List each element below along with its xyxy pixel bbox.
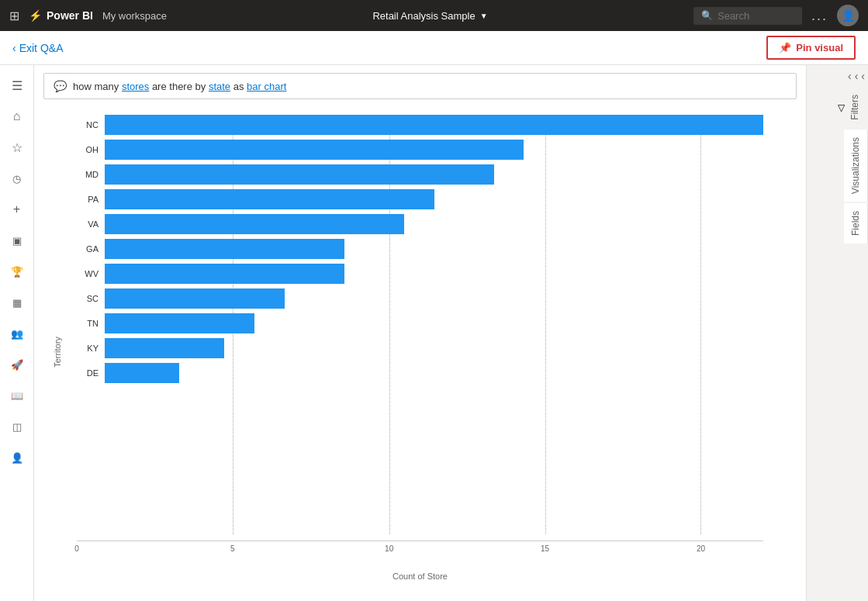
- sidebar-item-favorites[interactable]: ☆: [3, 133, 31, 161]
- bar-row-pa: PA: [77, 189, 763, 209]
- stores-link[interactable]: stores: [122, 81, 149, 92]
- bars-container: NCOHMDPAVAGAWVSCTNKYDE 0 5 10 15 20: [77, 115, 763, 534]
- bar-fill-tn[interactable]: [105, 313, 254, 333]
- bar-fill-ky[interactable]: [105, 338, 224, 358]
- qa-bar[interactable]: 💬 how many stores are there by state as …: [43, 73, 797, 99]
- workspace-name[interactable]: My workspace: [102, 10, 167, 22]
- more-options-button[interactable]: ...: [811, 8, 828, 24]
- bar-label-oh: OH: [77, 145, 99, 154]
- sidebar-item-create[interactable]: +: [3, 195, 31, 223]
- app-name: Power BI: [47, 9, 93, 22]
- main-area: ☰ ⌂ ☆ ◷ + ▣ 🏆 ▦ 👥 🚀 📖 ◫ 👤 💬 how many sto…: [0, 65, 868, 601]
- subheader-left: ‹ Exit Q&A: [12, 42, 63, 54]
- bars-render: NCOHMDPAVAGAWVSCTNKYDE: [77, 115, 763, 383]
- bar-fill-sc[interactable]: [105, 288, 285, 309]
- panel-controls: ‹ ‹ ‹: [807, 65, 868, 87]
- subheader: ‹ Exit Q&A 📌 Pin visual: [0, 31, 868, 65]
- brand: ⚡ Power BI: [29, 9, 93, 22]
- avatar[interactable]: 👤: [837, 5, 859, 26]
- left-sidebar: ☰ ⌂ ☆ ◷ + ▣ 🏆 ▦ 👥 🚀 📖 ◫ 👤: [0, 65, 34, 601]
- bar-label-wv: WV: [77, 269, 99, 278]
- chat-icon: 💬: [54, 80, 67, 92]
- filters-tab[interactable]: ▽ Filters: [832, 87, 868, 130]
- sidebar-item-deployment[interactable]: 🚀: [3, 351, 31, 378]
- filters-label: Filters: [848, 92, 862, 123]
- sidebar-item-people[interactable]: 👥: [3, 319, 31, 347]
- visualizations-tab[interactable]: Visualizations: [844, 130, 868, 202]
- bar-fill-md[interactable]: [105, 164, 494, 185]
- exit-qa-label: Exit Q&A: [19, 42, 64, 54]
- bar-fill-wv[interactable]: [105, 264, 344, 284]
- bar-fill-pa[interactable]: [105, 189, 434, 209]
- bar-row-de: DE: [77, 363, 763, 383]
- bar-label-sc: SC: [77, 294, 99, 303]
- qa-query-text: how many stores are there by state as ba…: [73, 81, 286, 92]
- sidebar-item-workspaces[interactable]: ▦: [3, 288, 31, 316]
- chart-area: 💬 how many stores are there by state as …: [34, 65, 806, 601]
- fields-tab[interactable]: Fields: [844, 203, 868, 244]
- search-box[interactable]: 🔍: [693, 7, 802, 25]
- bar-row-oh: OH: [77, 140, 763, 160]
- bar-row-ga: GA: [77, 239, 763, 259]
- avatar-icon: 👤: [842, 9, 855, 22]
- bar-fill-nc[interactable]: [105, 115, 763, 135]
- bar-label-ga: GA: [77, 244, 99, 254]
- sidebar-item-hamburger[interactable]: ☰: [3, 71, 31, 99]
- report-title-bar: Retail Analysis Sample ▼: [176, 10, 684, 22]
- bar-row-tn: TN: [77, 313, 763, 333]
- bar-fill-oh[interactable]: [105, 140, 524, 160]
- bar-row-ky: KY: [77, 338, 763, 358]
- panel-collapse-left[interactable]: ‹: [848, 70, 852, 82]
- bar-row-nc: NC: [77, 115, 763, 135]
- y-axis-label: Territory: [53, 337, 62, 368]
- x-tick-20: 20: [697, 544, 705, 553]
- grid-icon[interactable]: ⊞: [9, 9, 19, 23]
- report-title-text: Retail Analysis Sample: [372, 10, 475, 22]
- bar-label-md: MD: [77, 170, 99, 179]
- bar-row-wv: WV: [77, 264, 763, 284]
- x-tick-15: 15: [541, 544, 549, 553]
- chart-type-link[interactable]: bar chart: [247, 81, 286, 92]
- x-axis: 0 5 10 15 20: [77, 541, 763, 556]
- bar-row-sc: SC: [77, 288, 763, 309]
- bar-row-va: VA: [77, 214, 763, 234]
- x-tick-0: 0: [74, 544, 79, 553]
- panel-tabs: ▽ Filters Visualizations Fields: [807, 87, 868, 601]
- search-icon: 🔍: [701, 10, 713, 21]
- search-input[interactable]: [718, 10, 795, 22]
- sidebar-item-learn[interactable]: 📖: [3, 382, 31, 409]
- bar-fill-de[interactable]: [105, 363, 179, 383]
- bar-fill-ga[interactable]: [105, 239, 344, 259]
- bar-label-de: DE: [77, 368, 99, 378]
- bar-label-tn: TN: [77, 319, 99, 328]
- sidebar-item-profile[interactable]: 👤: [3, 444, 31, 471]
- x-tick-10: 10: [385, 544, 393, 553]
- panel-collapse-mid[interactable]: ‹: [855, 70, 859, 82]
- pin-visual-button[interactable]: 📌 Pin visual: [766, 36, 856, 60]
- sidebar-item-recent[interactable]: ◷: [3, 164, 31, 192]
- bar-fill-va[interactable]: [105, 214, 404, 234]
- pin-visual-label: Pin visual: [796, 42, 843, 54]
- navbar: ⊞ ⚡ Power BI My workspace Retail Analysi…: [0, 0, 868, 31]
- panel-collapse-right[interactable]: ‹: [861, 70, 865, 82]
- powerbi-logo: ⚡: [29, 9, 42, 22]
- right-panel: ‹ ‹ ‹ ▽ Filters Visualizations Fields: [806, 65, 868, 601]
- sidebar-item-metrics[interactable]: 🏆: [3, 257, 31, 285]
- x-tick-5: 5: [230, 544, 235, 553]
- bar-chart: Territory Count of Store NCOHMDPAVAGAWVS…: [34, 107, 806, 596]
- bar-label-va: VA: [77, 219, 99, 229]
- bar-label-ky: KY: [77, 344, 99, 353]
- state-link[interactable]: state: [209, 81, 230, 92]
- back-button[interactable]: ‹ Exit Q&A: [12, 42, 63, 54]
- bar-row-md: MD: [77, 164, 763, 185]
- chevron-down-icon[interactable]: ▼: [480, 12, 488, 20]
- bar-label-pa: PA: [77, 195, 99, 204]
- funnel-icon: ▽: [838, 102, 845, 113]
- back-arrow-icon: ‹: [12, 42, 16, 54]
- sidebar-item-browse[interactable]: ▣: [3, 226, 31, 254]
- sidebar-item-home[interactable]: ⌂: [3, 102, 31, 130]
- sidebar-item-reports[interactable]: ◫: [3, 413, 31, 440]
- x-axis-label: Count of Store: [393, 572, 448, 581]
- pin-icon: 📌: [779, 42, 791, 54]
- bar-label-nc: NC: [77, 120, 99, 130]
